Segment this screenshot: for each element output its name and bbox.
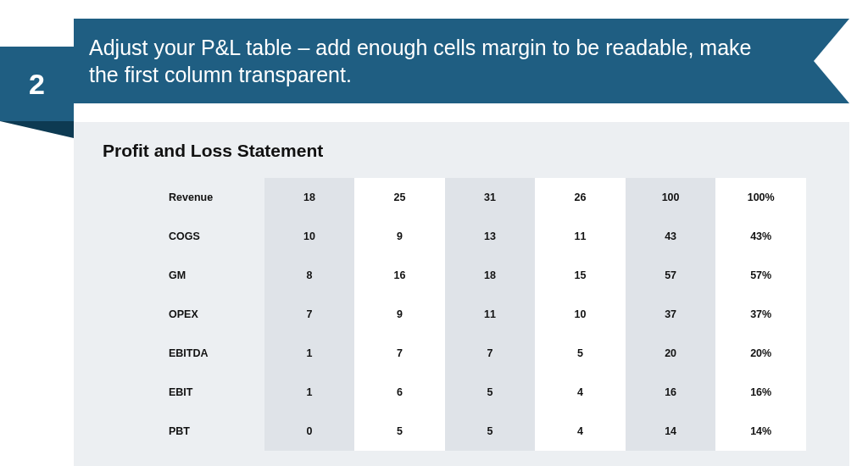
- table-cell: 5: [354, 412, 445, 451]
- table-cell: 14%: [715, 412, 806, 451]
- row-label: EBIT: [162, 373, 264, 412]
- table-row: Revenue18253126100100%: [162, 178, 806, 217]
- table-cell: 25: [354, 178, 445, 217]
- table-cell: 11: [535, 217, 626, 256]
- table-cell: 16%: [715, 373, 806, 412]
- table-cell: 4: [535, 373, 626, 412]
- table-cell: 0: [264, 412, 355, 451]
- table-cell: 100: [626, 178, 716, 217]
- table-cell: 15: [535, 256, 626, 295]
- table-row: OPEX7911103737%: [162, 295, 806, 334]
- table-cell: 37: [626, 295, 716, 334]
- table-cell: 20: [626, 334, 716, 373]
- table-cell: 6: [354, 373, 445, 412]
- table-panel: Profit and Loss Statement Revenue1825312…: [74, 122, 849, 466]
- panel-title: Profit and Loss Statement: [103, 141, 821, 161]
- table-cell: 5: [535, 334, 626, 373]
- ribbon-notch-icon: [814, 19, 849, 103]
- step-badge-shadow: [0, 121, 74, 138]
- table-cell: 18: [264, 178, 355, 217]
- row-label: GM: [162, 256, 264, 295]
- table-cell: 7: [445, 334, 536, 373]
- row-label: COGS: [162, 217, 264, 256]
- table-cell: 16: [626, 373, 716, 412]
- table-cell: 1: [264, 373, 355, 412]
- step-number: 2: [29, 68, 45, 101]
- table-row: PBT05541414%: [162, 412, 806, 451]
- table-cell: 7: [264, 295, 355, 334]
- table-cell: 11: [445, 295, 536, 334]
- step-number-badge: 2: [0, 47, 74, 121]
- table-cell: 37%: [715, 295, 806, 334]
- table-cell: 5: [445, 373, 536, 412]
- row-label: PBT: [162, 412, 264, 451]
- table-cell: 4: [535, 412, 626, 451]
- table-cell: 100%: [715, 178, 806, 217]
- profit-loss-table: Revenue18253126100100%COGS10913114343%GM…: [162, 178, 806, 451]
- table-cell: 20%: [715, 334, 806, 373]
- table-cell: 5: [445, 412, 536, 451]
- table-cell: 8: [264, 256, 355, 295]
- table-cell: 9: [354, 217, 445, 256]
- table-cell: 10: [264, 217, 355, 256]
- table-cell: 9: [354, 295, 445, 334]
- table-cell: 43%: [715, 217, 806, 256]
- table-cell: 16: [354, 256, 445, 295]
- row-label: EBITDA: [162, 334, 264, 373]
- table-cell: 13: [445, 217, 536, 256]
- table-cell: 31: [445, 178, 536, 217]
- table-row: EBIT16541616%: [162, 373, 806, 412]
- table-cell: 43: [626, 217, 716, 256]
- table-row: GM81618155757%: [162, 256, 806, 295]
- instruction-banner: Adjust your P&L table – add enough cells…: [74, 19, 849, 103]
- table-cell: 57: [626, 256, 716, 295]
- table-cell: 1: [264, 334, 355, 373]
- row-label: Revenue: [162, 178, 264, 217]
- table-cell: 18: [445, 256, 536, 295]
- row-label: OPEX: [162, 295, 264, 334]
- table-cell: 26: [535, 178, 626, 217]
- table-cell: 14: [626, 412, 716, 451]
- table-row: COGS10913114343%: [162, 217, 806, 256]
- table-cell: 7: [354, 334, 445, 373]
- instruction-text: Adjust your P&L table – add enough cells…: [89, 34, 773, 89]
- table-cell: 10: [535, 295, 626, 334]
- table-cell: 57%: [715, 256, 806, 295]
- table-row: EBITDA17752020%: [162, 334, 806, 373]
